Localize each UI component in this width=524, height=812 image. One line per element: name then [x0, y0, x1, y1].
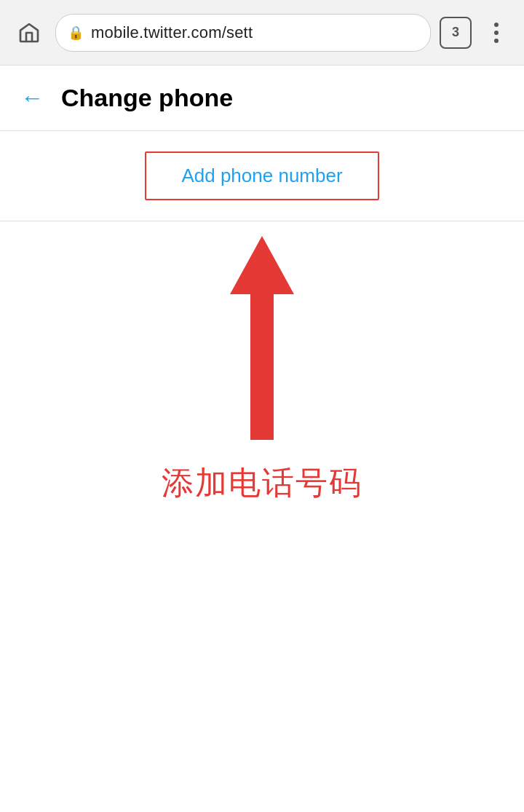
lock-icon: 🔒 — [68, 25, 84, 41]
page-content: Add phone number 添加电话号码 — [0, 131, 524, 505]
red-arrow-icon — [233, 236, 291, 440]
url-text: mobile.twitter.com/sett — [91, 23, 253, 42]
home-button[interactable] — [12, 15, 47, 50]
arrow-shaft — [250, 294, 274, 440]
browser-menu-button[interactable] — [480, 17, 512, 49]
address-bar[interactable]: 🔒 mobile.twitter.com/sett — [55, 14, 431, 52]
page-title: Change phone — [61, 84, 233, 112]
add-phone-section: Add phone number — [0, 131, 524, 221]
annotation-area: 添加电话号码 — [0, 236, 524, 505]
back-button[interactable]: ← — [15, 81, 49, 116]
back-arrow-icon: ← — [20, 84, 44, 111]
chinese-annotation: 添加电话号码 — [162, 462, 362, 505]
add-phone-number-button[interactable]: Add phone number — [145, 151, 378, 200]
browser-chrome: 🔒 mobile.twitter.com/sett 3 — [0, 0, 524, 66]
dot2 — [494, 31, 499, 35]
dot3 — [494, 39, 499, 43]
arrow-head — [230, 236, 294, 294]
dot1 — [494, 23, 499, 27]
tab-count[interactable]: 3 — [440, 17, 472, 49]
page-header: ← Change phone — [0, 66, 524, 131]
